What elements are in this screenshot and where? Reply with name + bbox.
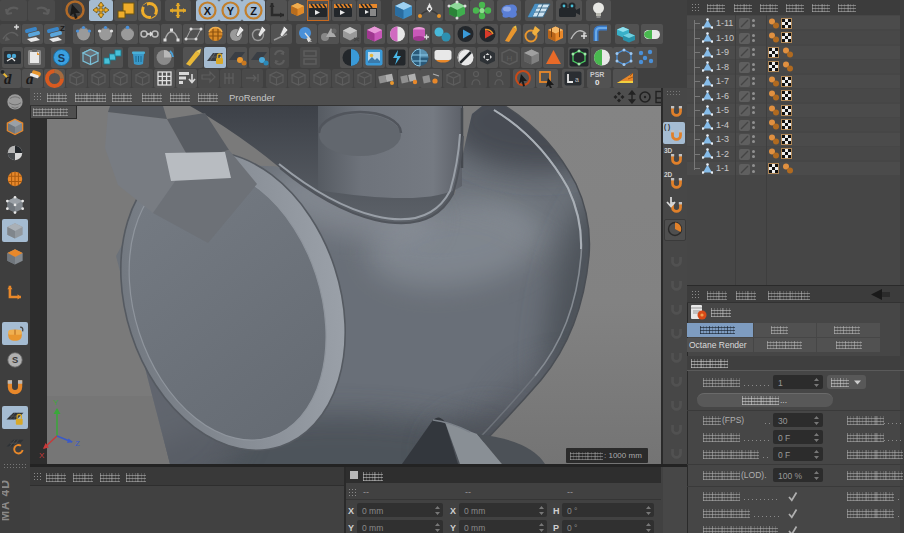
svg-text:Y: Y [53,398,59,407]
svg-text:Z: Z [60,24,65,33]
svg-text:Y: Y [227,5,235,17]
svg-text:X: X [39,451,45,460]
svg-text:X: X [204,5,212,17]
svg-text:a: a [575,76,579,83]
svg-text:S: S [12,355,18,365]
svg-text:H: H [507,54,513,63]
svg-text:S: S [58,52,65,64]
svg-text:Z: Z [250,5,257,17]
svg-text:d: d [4,71,12,87]
svg-text:PSR: PSR [590,71,604,78]
svg-text:0: 0 [595,78,600,87]
svg-text:Z: Z [75,439,80,448]
